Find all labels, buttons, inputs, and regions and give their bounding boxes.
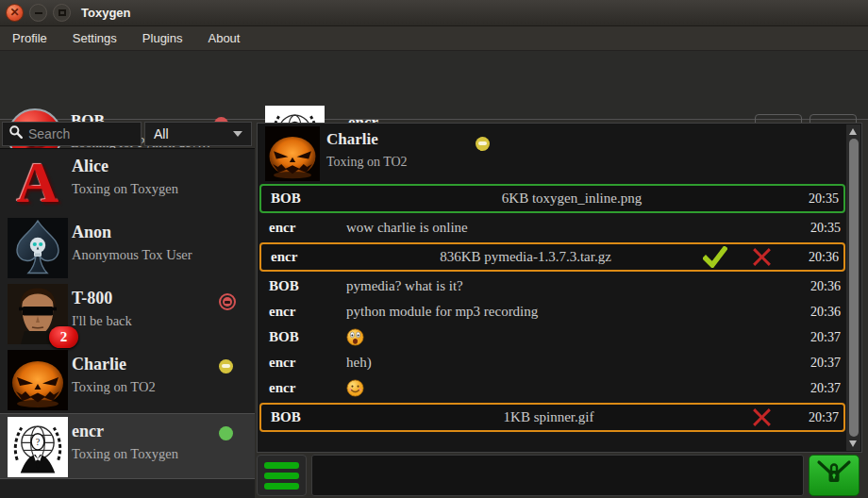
message-time: 20:36	[797, 279, 841, 294]
contact-avatar: A	[8, 152, 68, 212]
menu-plugins[interactable]: Plugins	[142, 31, 183, 45]
message-sender: BOB	[269, 278, 346, 294]
message-sender: BOB	[271, 409, 348, 425]
shocked-emoji	[346, 328, 364, 343]
message-sender: encr	[269, 304, 346, 320]
message-row: encr 20:37	[259, 375, 845, 401]
titlebar: ✕ Toxygen	[0, 0, 868, 26]
message-time: 20:36	[795, 250, 839, 265]
contact-item-alice[interactable]: A Alice Toxing on Toxygen	[0, 149, 255, 215]
message-list: BOB 6KB toxygen_inline.png 20:35encr wow…	[259, 182, 845, 450]
message-sender: encr	[271, 249, 348, 265]
chevron-down-icon	[233, 131, 242, 137]
maximize-button[interactable]	[53, 4, 71, 22]
file-transfer-row: encr 836KB pymedia-1.3.7.3.tar.gz 20:36	[259, 242, 845, 272]
contact-status-message: Anonymous Tox User	[72, 247, 192, 263]
search-box	[2, 122, 142, 146]
contact-filter-value: All	[154, 126, 169, 141]
message-text: python module for mp3 recording	[346, 304, 797, 320]
menu-profile[interactable]: Profile	[12, 31, 47, 45]
contact-name: T-800	[72, 289, 112, 308]
contact-status-message: Toxing on TO2	[72, 379, 156, 395]
message-time: 20:37	[797, 356, 841, 371]
message-text: wow charlie is online	[346, 220, 797, 236]
status-away-icon	[476, 137, 490, 151]
message-row: encr wow charlie is online 20:35	[259, 215, 845, 241]
search-input[interactable]	[28, 126, 141, 141]
message-text: heh)	[346, 355, 797, 371]
chat-peer-name: Charlie	[326, 130, 378, 149]
file-name: 6KB toxygen_inline.png	[348, 191, 795, 207]
contact-name: Alice	[72, 157, 108, 176]
menu-about[interactable]: About	[208, 31, 240, 45]
message-row: BOB pymedia? what is it? 20:36	[259, 274, 845, 299]
message-time: 20:37	[795, 410, 839, 425]
contact-item-anon[interactable]: Anon Anonymous Tox User	[0, 215, 255, 281]
close-button[interactable]: ✕	[6, 4, 24, 22]
file-name: 1KB spinner.gif	[348, 409, 749, 425]
scroll-down-icon[interactable]	[849, 440, 857, 447]
smile-emoji	[346, 379, 364, 394]
menubar: Profile Settings Plugins About	[0, 26, 868, 51]
scroll-up-icon[interactable]	[849, 128, 857, 135]
minimize-button[interactable]	[29, 4, 47, 22]
encrypted-send-icon	[815, 458, 853, 492]
message-text	[346, 379, 797, 397]
contact-status-message: I'll be back	[72, 313, 132, 329]
message-time: 20:35	[795, 191, 839, 207]
decline-file-button[interactable]	[749, 407, 774, 428]
message-row: BOB 20:37	[259, 324, 845, 350]
contact-filter-dropdown[interactable]: All	[144, 122, 252, 146]
menu-settings[interactable]: Settings	[73, 31, 117, 45]
send-button[interactable]	[809, 455, 860, 496]
decline-file-button[interactable]	[749, 246, 774, 268]
message-row: encr heh) 20:37	[259, 350, 845, 375]
status-online-icon	[219, 426, 233, 440]
contact-item-t-800[interactable]: T-800 I'll be back 2	[0, 281, 255, 347]
message-text: pymedia? what is it?	[346, 278, 797, 294]
contact-name: Charlie	[72, 355, 126, 374]
message-time: 20:37	[797, 330, 841, 345]
unread-badge: 2	[49, 326, 78, 348]
message-sender: BOB	[269, 329, 346, 345]
chat-peer-status-message: Toxing on TO2	[326, 155, 408, 170]
contact-item-encr[interactable]: ? encr Toxing on Toxygen	[0, 413, 255, 479]
contact-status-message: Toxing on Toxygen	[72, 181, 178, 197]
contact-name: Anon	[72, 223, 111, 242]
scrollbar-thumb[interactable]	[849, 139, 859, 437]
toxygen-window: ✕ Toxygen Profile Settings Plugins About…	[0, 0, 868, 498]
status-away-icon	[219, 359, 233, 374]
message-sender: encr	[269, 220, 346, 236]
message-time: 20:36	[797, 305, 841, 320]
message-time: 20:37	[797, 381, 841, 396]
message-sender: encr	[269, 380, 346, 396]
file-transfer-row: BOB 6KB toxygen_inline.png 20:35	[259, 184, 845, 213]
contact-status-message: Toxing on Toxygen	[72, 446, 178, 462]
file-transfer-row: BOB 1KB spinner.gif 20:37	[259, 403, 845, 432]
chat-peer-avatar	[265, 126, 320, 181]
message-text	[346, 328, 797, 346]
window-title: Toxygen	[81, 6, 131, 20]
accept-file-button[interactable]	[703, 246, 727, 268]
contact-name: encr	[72, 422, 104, 441]
message-row: encr python module for mp3 recording 20:…	[259, 299, 845, 324]
chat-scrollbar[interactable]	[846, 124, 860, 451]
search-icon	[8, 124, 24, 143]
contact-avatar	[8, 218, 68, 278]
status-busy-icon	[219, 293, 236, 310]
message-input[interactable]	[312, 456, 803, 495]
chat-menu-button[interactable]	[257, 455, 307, 496]
contact-avatar: ?	[8, 417, 68, 477]
contact-avatar	[8, 350, 68, 410]
header: B BOB Looking for Python dev… ? encr Tox…	[0, 51, 868, 120]
compose-area	[311, 455, 804, 496]
message-time: 20:35	[797, 221, 841, 236]
message-sender: BOB	[271, 191, 348, 207]
file-name: 836KB pymedia-1.3.7.3.tar.gz	[348, 249, 703, 265]
chat-panel: Charlie Toxing on TO2 BOB 6KB toxygen_in…	[257, 123, 862, 453]
contact-list: A Alice Toxing on Toxygen Anon Anonymous…	[0, 148, 255, 498]
message-sender: encr	[269, 355, 346, 371]
contact-item-charlie[interactable]: Charlie Toxing on TO2	[0, 347, 255, 413]
svg-text:?: ?	[36, 437, 41, 447]
chat-peer-header: Charlie Toxing on TO2	[258, 124, 861, 182]
